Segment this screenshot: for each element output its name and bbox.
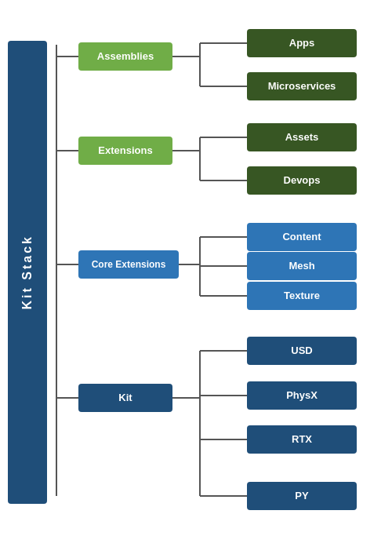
rtx-item: RTX [247,425,357,454]
microservices-item: Microservices [247,72,357,100]
usd-item: USD [247,337,357,365]
kit-stack-diagram: Kit Stack Assemblies Apps Microservices … [8,13,384,523]
mesh-item: Mesh [247,252,357,280]
py-item: PY [247,482,357,510]
kit-label: Kit [78,384,172,412]
assemblies-label: Assemblies [78,42,172,71]
kit-stack-label: Kit Stack [8,41,47,504]
content-item: Content [247,223,357,251]
extensions-label: Extensions [78,137,172,165]
texture-item: Texture [247,282,357,310]
apps-item: Apps [247,29,357,57]
physx-item: PhysX [247,381,357,410]
assets-item: Assets [247,123,357,151]
devops-item: Devops [247,166,357,195]
core-extensions-label: Core Extensions [78,250,179,279]
